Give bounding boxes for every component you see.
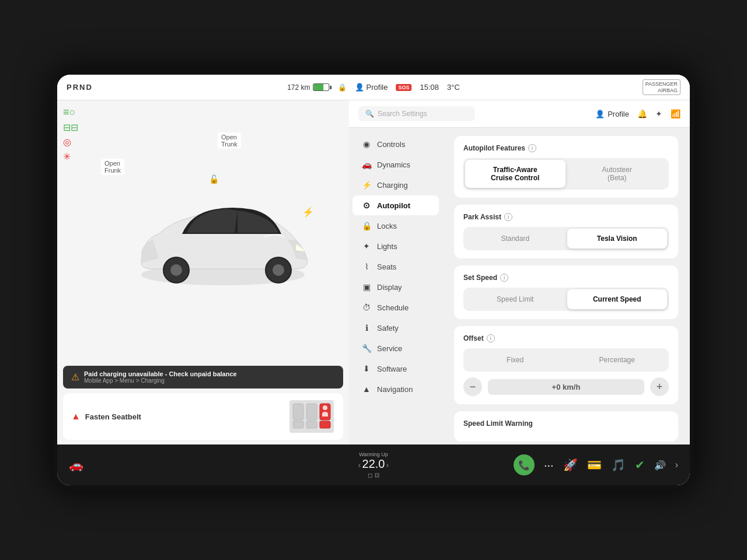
nav-item-software[interactable]: ⬇ Software — [352, 359, 439, 379]
open-trunk-label[interactable]: OpenTrunk — [218, 132, 241, 149]
car-area: ≡○ ⊟⊟ ◎ ✳ OpenFrunk OpenTrunk 🔓 — [57, 100, 349, 366]
signal-icon: 📶 — [671, 109, 680, 118]
nav-label-navigation: Navigation — [377, 385, 413, 394]
profile-button[interactable]: 👤 Profile — [355, 83, 388, 92]
navigation-icon: ▲ — [362, 384, 371, 394]
wallet-icon[interactable]: 💳 — [587, 458, 602, 472]
percentage-offset-btn[interactable]: Percentage — [567, 350, 668, 370]
car-taskbar-icon[interactable]: 🚗 — [69, 458, 83, 472]
nav-item-lights[interactable]: ✦ Lights — [352, 236, 439, 256]
speed-decrease-btn[interactable]: − — [463, 377, 482, 396]
search-icon: 🔍 — [365, 110, 374, 118]
volume-icon[interactable]: 🔊 — [654, 460, 666, 471]
nav-item-seats[interactable]: ⌇ Seats — [352, 257, 439, 276]
nav-label-autopilot: Autopilot — [377, 201, 410, 210]
software-icon: ⬇ — [362, 364, 371, 373]
nav-label-schedule: Schedule — [377, 303, 409, 312]
search-bar[interactable]: 🔍 Search Settings — [358, 106, 475, 121]
svg-rect-6 — [293, 404, 303, 420]
header-actions: 👤 Profile 🔔 ✦ 📶 — [595, 109, 680, 118]
fixed-offset-btn[interactable]: Fixed — [465, 350, 566, 370]
nav-label-display: Display — [377, 283, 402, 292]
airbag-line1: PASSENGER — [645, 81, 678, 88]
seatbelt-card: ▲ Fasten Seatbelt — [63, 393, 343, 440]
current-speed-btn[interactable]: Current Speed — [567, 289, 668, 309]
climate-icon2: ⊡ — [375, 472, 379, 478]
header-profile-button[interactable]: 👤 Profile — [595, 110, 629, 118]
more-options-button[interactable]: ··· — [544, 459, 554, 472]
traffic-aware-cruise-btn[interactable]: Traffic-AwareCruise Control — [465, 160, 566, 188]
sos-badge[interactable]: SOS — [396, 84, 411, 91]
nav-item-schedule[interactable]: ⏱ Schedule — [352, 298, 439, 317]
settings-header: 🔍 Search Settings 👤 Profile 🔔 ✦ 📶 — [349, 100, 690, 128]
climate-icon1: ◻ — [368, 472, 372, 478]
standard-park-btn[interactable]: Standard — [465, 229, 566, 249]
autopilot-features-info[interactable]: i — [528, 144, 536, 152]
svg-rect-9 — [306, 421, 317, 428]
seatbelt-warning-icon: ▲ — [71, 411, 81, 422]
offset-section: Offset i Fixed Percentage − — [454, 326, 678, 404]
nav-item-controls[interactable]: ◉ Controls — [352, 134, 439, 154]
svg-rect-11 — [320, 421, 330, 428]
nav-item-navigation[interactable]: ▲ Navigation — [352, 379, 439, 399]
seatbelt-label: Fasten Seatbelt — [85, 412, 141, 421]
rocket-icon[interactable]: 🚀 — [563, 458, 578, 472]
speed-offset-display: +0 km/h — [488, 379, 644, 395]
offset-info[interactable]: i — [487, 334, 495, 342]
warning-icon: ⚠ — [71, 372, 79, 383]
set-speed-title: Set Speed i — [463, 274, 669, 282]
nav-label-controls: Controls — [377, 140, 405, 149]
gear-indicator: ≡○ ⊟⊟ ◎ ✳ — [63, 106, 78, 162]
battery-fill — [314, 84, 324, 90]
header-profile-label: Profile — [608, 110, 629, 118]
tesla-vision-btn[interactable]: Tesla Vision — [567, 229, 668, 249]
warning-text: Paid charging unavailable - Check unpaid… — [84, 370, 237, 384]
nav-item-display[interactable]: ▣ Display — [352, 277, 439, 297]
spotify-icon[interactable]: 🎵 — [611, 458, 626, 472]
nav-label-charging: Charging — [377, 181, 408, 190]
phone-call-button[interactable]: 📞 — [514, 454, 535, 475]
nav-label-safety: Safety — [377, 324, 399, 332]
profile-label-center: Profile — [366, 83, 388, 92]
nav-label-software: Software — [377, 365, 407, 373]
park-assist-toggle: Standard Tesla Vision — [463, 227, 669, 250]
park-assist-title: Park Assist i — [463, 213, 669, 221]
set-speed-info[interactable]: i — [500, 274, 508, 282]
warming-up-label: Warming Up — [358, 452, 389, 457]
autosteer-btn[interactable]: Autosteer(Beta) — [567, 160, 668, 188]
park-assist-info[interactable]: i — [504, 213, 512, 221]
svg-point-2 — [170, 264, 182, 276]
nav-item-dynamics[interactable]: 🚗 Dynamics — [352, 155, 439, 174]
speed-increase-btn[interactable]: + — [650, 377, 669, 396]
range-value: 172 km — [287, 83, 310, 92]
speed-limit-warning-title: Speed Limit Warning — [463, 419, 669, 428]
charging-icon: ⚡ — [362, 180, 371, 190]
bluetooth-icon[interactable]: ✦ — [655, 109, 662, 118]
open-frunk-label[interactable]: OpenFrunk — [101, 159, 124, 175]
prnd-indicator: PRND — [67, 83, 93, 92]
offset-toggle: Fixed Percentage — [463, 348, 669, 372]
nav-item-charging[interactable]: ⚡ Charging — [352, 175, 439, 195]
nav-item-safety[interactable]: ℹ Safety — [352, 318, 439, 338]
autopilot-feature-toggle: Traffic-AwareCruise Control Autosteer(Be… — [463, 158, 669, 190]
nav-item-locks[interactable]: 🔒 Locks — [352, 216, 439, 236]
nav-item-service[interactable]: 🔧 Service — [352, 338, 439, 358]
set-speed-toggle: Speed Limit Current Speed — [463, 288, 669, 311]
settings-content: Autopilot Features i Traffic-AwareCruise… — [442, 128, 690, 444]
fan-icon: ✳ — [63, 151, 78, 162]
checkmark-icon[interactable]: ✔ — [635, 458, 645, 472]
bell-icon[interactable]: 🔔 — [637, 109, 647, 118]
battery-icon — [313, 83, 330, 91]
warning-subtitle: Mobile App > Menu > Charging — [84, 377, 237, 384]
speed-limit-btn[interactable]: Speed Limit — [465, 289, 566, 309]
taskbar-center: Warming Up ‹ 22.0 › ◻ ⊡ — [358, 452, 389, 478]
search-placeholder-text: Search Settings — [378, 110, 427, 118]
status-right: PASSENGER AIRBAG — [643, 79, 680, 96]
lock-icon: 🔒 — [338, 83, 347, 92]
park-assist-section: Park Assist i Standard Tesla Vision — [454, 205, 678, 258]
svg-point-4 — [273, 264, 284, 276]
schedule-icon: ⏱ — [362, 303, 371, 312]
temp-arrow-left: ‹ — [358, 460, 361, 470]
nav-item-autopilot[interactable]: ⊙ Autopilot — [352, 195, 439, 215]
profile-person-icon: 👤 — [355, 83, 364, 92]
